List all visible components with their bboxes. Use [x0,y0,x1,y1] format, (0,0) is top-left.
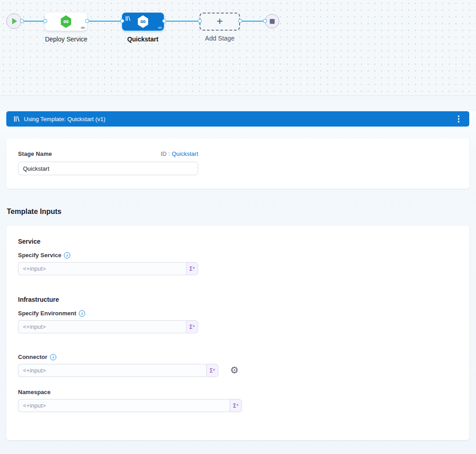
stop-icon [270,19,275,24]
info-icon[interactable]: i [79,310,85,317]
template-banner-text: Using Template: Quickstart (v1) [24,116,105,123]
node-port [198,19,202,23]
template-badge-icon [125,15,131,23]
expression-sigma-button[interactable]: Σˣ [186,262,198,275]
pipeline-canvas[interactable]: ∞ </> Deploy Service ∞ </> Quickstart + … [0,0,476,96]
cd-stage-icon: ∞ [60,15,72,28]
stage-editor-panel: Using Template: Quickstart (v1) Stage Na… [0,111,476,454]
node-port [20,19,24,23]
connector-input[interactable] [18,364,206,377]
edge-addstage-end [240,21,265,22]
stage-name-label: Stage Name [18,150,52,157]
code-icon: </> [158,26,162,29]
pipeline-start-node [6,14,22,29]
stage-id-link[interactable]: Quickstart [172,150,198,157]
add-stage-button[interactable]: + [199,13,240,31]
template-inputs-title: Template Inputs [7,208,476,216]
specify-service-label: Specify Service [18,252,61,259]
plus-icon: + [217,16,223,27]
info-icon[interactable]: i [64,252,70,259]
node-port [120,19,124,23]
stage-label-quickstart: Quickstart [127,36,158,43]
infrastructure-section-heading: Infrastructure [18,296,458,303]
node-port [85,19,89,23]
play-icon [12,18,17,24]
cd-stage-icon-selected: ∞ [137,15,149,28]
edge-quickstart-addstage [164,21,199,22]
gear-settings-icon[interactable]: ⚙ [230,366,239,375]
expression-sigma-button[interactable]: Σˣ [186,320,198,333]
namespace-input[interactable] [18,399,230,412]
node-port [43,19,47,23]
stage-name-input[interactable] [18,162,198,175]
node-port [162,19,166,23]
edge-start-deploy [22,21,45,22]
edge-deploy-quickstart [87,21,122,22]
template-library-icon [14,116,20,122]
stage-label-deploy-service: Deploy Service [45,36,87,43]
specify-service-input[interactable] [18,262,186,275]
template-inputs-card: Service Specify Service i Σˣ Infrastruct… [6,226,469,440]
kebab-menu-button[interactable] [455,114,462,124]
node-port [263,19,267,23]
node-port [238,19,242,23]
stage-id-prefix: ID : [161,150,170,157]
namespace-label: Namespace [18,389,50,395]
expression-sigma-button[interactable]: Σˣ [206,364,218,377]
code-icon: </> [81,26,85,29]
connector-label: Connector [18,354,47,360]
info-icon[interactable]: i [50,354,56,360]
stage-label-add-stage: Add Stage [205,35,234,42]
stage-name-card: Stage Name ID : Quickstart [6,138,469,189]
service-section-heading: Service [18,238,458,245]
stage-node-quickstart[interactable]: ∞ </> [122,13,164,31]
template-banner: Using Template: Quickstart (v1) [6,111,469,127]
stage-node-deploy-service[interactable]: ∞ </> [45,13,87,31]
specify-environment-input[interactable] [18,320,186,333]
expression-sigma-button[interactable]: Σˣ [230,399,242,412]
specify-environment-label: Specify Environment [18,310,76,317]
